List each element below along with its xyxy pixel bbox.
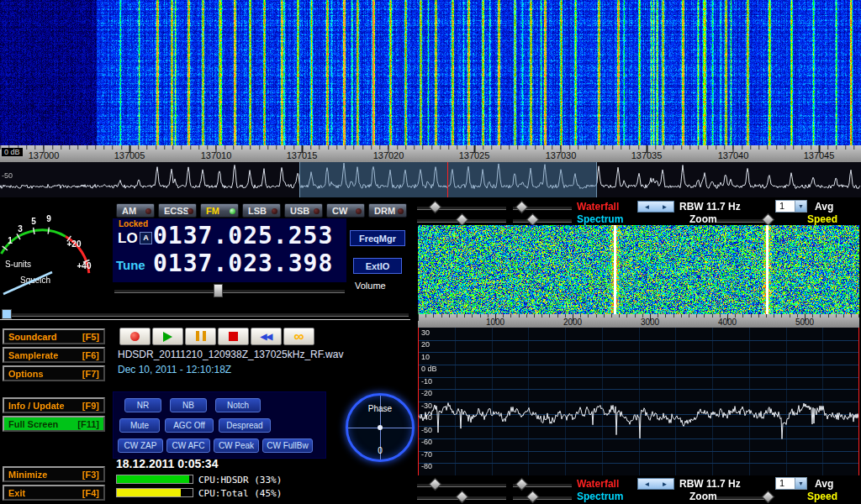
stop-icon <box>229 332 238 341</box>
squelch-slider[interactable] <box>12 312 409 317</box>
stop-button[interactable] <box>218 328 249 345</box>
freq-scale-label: 137005 <box>114 150 145 160</box>
avg-select[interactable]: 1 ▼ <box>775 200 807 213</box>
combo-arrow-icon[interactable]: ▼ <box>795 478 806 489</box>
mode-lsb-label: LSB <box>248 206 267 216</box>
mode-cw-button[interactable]: CW <box>326 203 365 218</box>
audio-db-label: 0 dB <box>421 365 437 373</box>
mode-fm-label: FM <box>206 206 219 216</box>
main-spectrum[interactable]: -50 <box>0 162 861 197</box>
rewind-button[interactable]: ◀◀ <box>251 328 282 345</box>
fullscreen-button-key: [F11] <box>77 419 99 429</box>
volume-thumb[interactable] <box>214 284 223 297</box>
spectrum-range-thumb[interactable] <box>456 213 469 227</box>
extio-button[interactable]: ExtIO <box>353 258 402 274</box>
spectrum-offset-slider[interactable] <box>513 218 572 223</box>
waterfall-tab[interactable]: Waterfall <box>577 478 619 490</box>
tune-frequency-display[interactable]: 0137.023.398 <box>153 251 333 276</box>
mode-fm-led-icon <box>230 208 235 214</box>
play-button[interactable] <box>152 328 183 345</box>
samplerate-button-key: [F6] <box>82 350 99 360</box>
scroll-right-icon[interactable]: ► <box>662 203 668 211</box>
loop-icon: ∞ <box>293 333 304 341</box>
freqmgr-button[interactable]: FreqMgr <box>350 230 405 246</box>
mode-lsb-button[interactable]: LSB <box>242 203 281 218</box>
combo-arrow-icon[interactable]: ▼ <box>795 201 806 212</box>
cpu-hdsdr-label: CPU:HDSDR <box>198 475 249 486</box>
scroll-left-icon[interactable]: ◄ <box>644 480 651 488</box>
audio-db-label: 20 <box>421 340 430 349</box>
mode-ecss-button[interactable]: ECSS <box>158 203 197 218</box>
audio-waterfall[interactable] <box>418 225 859 314</box>
cpu-hdsdr-text: CPU:HDSDR (33%) <box>198 475 282 486</box>
waterfall-contrast-thumb[interactable] <box>515 478 529 491</box>
mode-am-button[interactable]: AM <box>116 203 155 218</box>
spectrum-offset-thumb[interactable] <box>526 491 540 504</box>
s-meter-tick-label: 5 <box>31 217 36 226</box>
cpu-total-value: (45%) <box>254 488 282 499</box>
freq-scale-label: 137040 <box>718 150 749 160</box>
avg-select[interactable]: 1 ▼ <box>775 477 807 490</box>
waterfall-contrast-thumb[interactable] <box>515 201 529 214</box>
main-waterfall[interactable] <box>0 0 861 145</box>
audio-frequency-scale[interactable]: 1000 2000 3000 4000 5000 <box>418 314 859 328</box>
info-update-button-key: [F9] <box>82 401 99 411</box>
audio-display-controls-bottom: Waterfall ◄ ► RBW 11.7 Hz 1 ▼ Avg Spectr… <box>412 477 861 502</box>
soundcard-button-label: Soundcard <box>8 332 56 342</box>
samplerate-button[interactable]: Samplerate [F6] <box>3 347 105 363</box>
band-scroll-buttons[interactable]: ◄ ► <box>637 201 674 213</box>
locked-label: Locked <box>119 219 148 228</box>
mute-button[interactable]: Mute <box>119 418 160 433</box>
notch-button[interactable]: Notch <box>215 398 261 412</box>
speed-label: Speed <box>807 491 837 502</box>
cw-afc-button[interactable]: CW AFC <box>166 438 210 453</box>
main-frequency-scale[interactable]: 137000 137005 137010 137015 137020 13702… <box>0 145 861 162</box>
band-scroll-buttons[interactable]: ◄ ► <box>637 478 674 490</box>
spectrum-range-thumb[interactable] <box>456 491 469 504</box>
agc-off-button[interactable]: AGC Off <box>165 418 214 433</box>
options-button-key: [F7] <box>82 369 99 379</box>
cpu-total-bar-fill <box>117 489 181 496</box>
loop-button[interactable]: ∞ <box>283 328 314 345</box>
spectrum-tab[interactable]: Spectrum <box>577 491 623 502</box>
cw-zap-button[interactable]: CW ZAP <box>118 438 163 453</box>
options-button[interactable]: Options [F7] <box>3 365 105 381</box>
scroll-left-icon[interactable]: ◄ <box>644 203 651 211</box>
mode-drm-button[interactable]: DRM <box>368 203 407 218</box>
waterfall-tab[interactable]: Waterfall <box>577 201 619 213</box>
exit-button-label: Exit <box>8 488 25 498</box>
soundcard-button[interactable]: Soundcard [F5] <box>3 328 105 344</box>
mode-fm-button[interactable]: FM <box>200 203 239 218</box>
despread-button[interactable]: Despread <box>219 418 271 433</box>
squelch-thumb[interactable] <box>2 309 12 319</box>
volume-slider[interactable] <box>114 289 345 293</box>
cw-peak-button[interactable]: CW Peak <box>214 438 259 453</box>
freq-scale-label: 137015 <box>287 150 318 160</box>
info-update-button[interactable]: Info / Update [F9] <box>3 397 105 413</box>
pause-button[interactable] <box>185 328 216 345</box>
cw-fullbw-button[interactable]: CW FullBw <box>262 438 313 453</box>
spectrum-offset-slider[interactable] <box>513 496 572 500</box>
minimize-button[interactable]: Minimize [F3] <box>3 466 105 482</box>
mode-usb-button[interactable]: USB <box>284 203 323 218</box>
spectrum-tab[interactable]: Spectrum <box>577 213 623 225</box>
lo-lock-icon[interactable]: A <box>140 232 152 244</box>
nb-button[interactable]: NB <box>170 398 207 412</box>
spectrum-offset-thumb[interactable] <box>526 213 540 227</box>
waterfall-brightness-thumb[interactable] <box>429 201 442 214</box>
nr-button[interactable]: NR <box>124 398 161 412</box>
zoom-thumb[interactable] <box>762 213 775 227</box>
exit-button[interactable]: Exit [F4] <box>3 485 105 501</box>
fullscreen-button[interactable]: Full Screen [F11] <box>3 416 105 432</box>
audio-spectrum[interactable]: 30 20 10 0 dB -10 -20 -30 -40 -50 -60 -7… <box>418 328 859 475</box>
lo-frequency-display[interactable]: 0137.025.253 <box>153 223 333 249</box>
scroll-right-icon[interactable]: ► <box>662 480 668 488</box>
s-meter-tick-label: 3 <box>18 224 23 234</box>
clock-display: 18.12.2011 0:05:34 <box>116 457 218 470</box>
fullscreen-button-label: Full Screen <box>8 419 58 429</box>
zoom-thumb[interactable] <box>762 491 775 504</box>
waterfall-brightness-thumb[interactable] <box>429 478 442 491</box>
audio-spectrum-canvas[interactable] <box>418 328 859 475</box>
record-button[interactable] <box>119 328 151 345</box>
zoom-region-box[interactable] <box>299 162 597 197</box>
